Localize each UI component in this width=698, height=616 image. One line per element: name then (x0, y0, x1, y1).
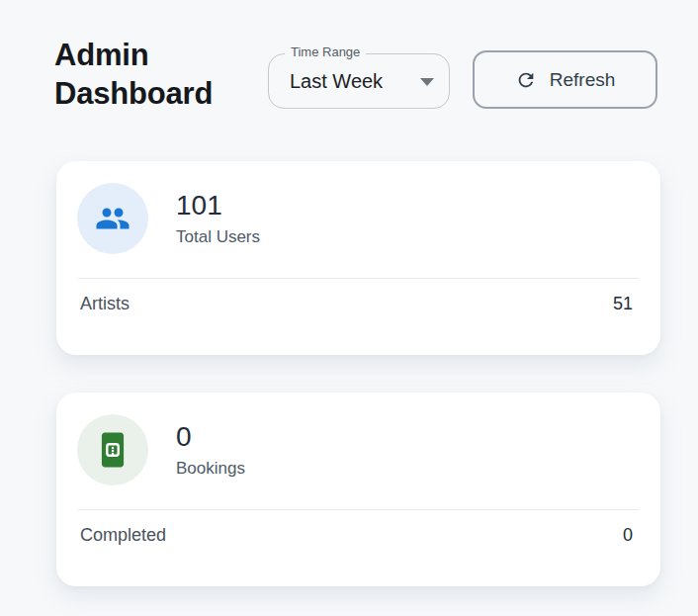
footer-value: 0 (623, 525, 633, 546)
card-top: 0 Bookings (77, 414, 637, 485)
stat-label: Total Users (176, 227, 260, 247)
avatar (77, 183, 148, 254)
page-title: Admin Dashboard (54, 36, 267, 113)
stat-text: 101 Total Users (176, 190, 260, 247)
card-footer: Completed 0 (80, 525, 633, 546)
stat-card-bookings: 0 Bookings Completed 0 (56, 393, 660, 586)
refresh-button-label: Refresh (550, 69, 616, 91)
stat-label: Bookings (176, 459, 245, 479)
time-range-select[interactable]: Time Range Last Week (268, 53, 450, 109)
refresh-icon (515, 69, 537, 91)
footer-label: Artists (80, 294, 130, 314)
stat-value: 101 (176, 190, 260, 221)
refresh-button[interactable]: Refresh (473, 50, 657, 109)
time-range-select-value: Last Week (290, 70, 383, 93)
book-online-icon (94, 431, 131, 469)
avatar (77, 414, 148, 485)
stat-value: 0 (176, 421, 245, 453)
time-range-select-label: Time Range (285, 44, 366, 59)
footer-value: 51 (613, 294, 633, 314)
stat-text: 0 Bookings (176, 421, 245, 479)
stat-card-total-users: 101 Total Users Artists 51 (56, 161, 660, 355)
footer-label: Completed (80, 525, 166, 546)
divider (78, 509, 639, 510)
caret-down-icon (420, 78, 434, 86)
divider (78, 278, 639, 279)
group-icon (95, 201, 131, 236)
card-top: 101 Total Users (77, 183, 637, 254)
card-footer: Artists 51 (80, 294, 633, 314)
